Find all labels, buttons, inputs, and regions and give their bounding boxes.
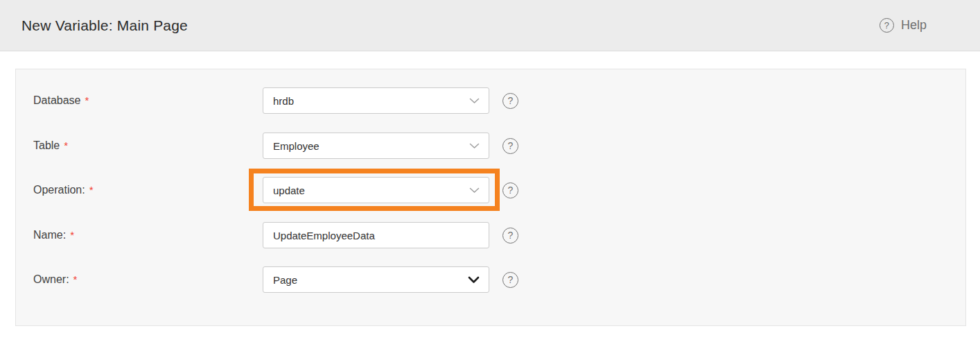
table-dropdown[interactable]: Employee [263,133,489,159]
label-text: Database [33,94,81,107]
owner-select[interactable]: Page [263,266,489,293]
chevron-down-icon [469,143,480,149]
form-row-operation: Operation: * update ? [33,177,518,203]
form-row-name: Name: * ? [33,222,518,248]
required-asterisk: * [85,94,89,106]
label-text: Name: [33,229,66,241]
chevron-down-icon [469,187,480,194]
table-label: Table * [33,139,263,152]
chevron-down-bold-icon [468,276,480,284]
owner-select-value: Page [273,274,468,286]
header-bar: New Variable: Main Page ? Help [0,0,980,51]
database-dropdown-value: hrdb [273,95,469,107]
form-row-database: Database * hrdb ? [33,87,518,114]
table-dropdown-value: Employee [273,140,469,152]
operation-dropdown[interactable]: update [263,177,489,203]
label-text: Owner: [33,273,69,286]
help-circle-icon: ? [880,18,894,33]
chevron-down-icon [469,98,480,104]
name-hint-icon[interactable]: ? [502,228,518,244]
label-text: Operation: [33,184,85,196]
owner-label: Owner: * [33,273,263,286]
help-label: Help [901,18,927,33]
operation-label: Operation: * [33,184,263,196]
table-hint-icon[interactable]: ? [502,138,518,154]
form-row-table: Table * Employee ? [33,133,518,159]
name-label: Name: * [33,229,263,241]
database-hint-icon[interactable]: ? [502,93,518,109]
required-asterisk: * [70,229,74,241]
name-input[interactable] [263,222,489,248]
help-button[interactable]: ? Help [880,0,927,51]
form-panel: Database * hrdb ? Table * Employee ? Ope… [15,69,966,326]
form-row-owner: Owner: * Page ? [33,266,518,293]
owner-hint-icon[interactable]: ? [502,272,518,288]
required-asterisk: * [73,273,78,285]
database-label: Database * [33,94,263,107]
page-title: New Variable: Main Page [21,17,188,34]
operation-hint-icon[interactable]: ? [502,182,518,198]
operation-dropdown-value: update [273,185,469,196]
required-asterisk: * [89,184,94,196]
label-text: Table [33,139,60,152]
required-asterisk: * [64,139,68,151]
database-dropdown[interactable]: hrdb [263,87,489,114]
